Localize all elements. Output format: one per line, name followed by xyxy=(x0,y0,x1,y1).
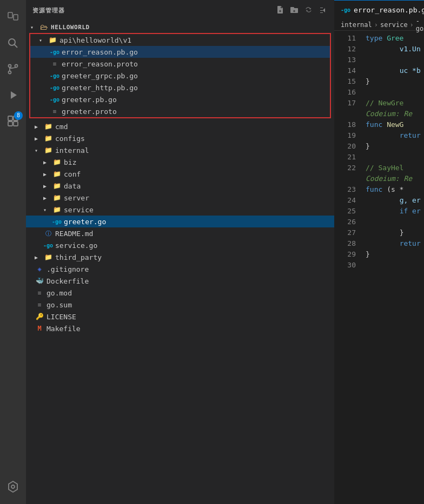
code-line-22-comment: // SayHel xyxy=(361,163,424,173)
folder-icon: 🗁 xyxy=(39,22,49,32)
svg-point-2 xyxy=(9,39,15,45)
code-line-29: } xyxy=(361,249,424,260)
new-file-icon[interactable] xyxy=(275,4,286,17)
collapse-all-icon[interactable] xyxy=(317,4,328,17)
code-line-17-comment: // NewGre xyxy=(361,98,424,109)
tree-item-go-sum[interactable]: ≡ go.sum xyxy=(26,299,334,311)
go-mod-label: go.mod xyxy=(47,289,72,297)
activity-run[interactable] xyxy=(0,82,26,108)
conf-label: conf xyxy=(64,170,81,178)
tree-item-api[interactable]: ▾ 📁 api\helloworld\v1 xyxy=(30,34,330,46)
code-line-14: uc *b xyxy=(361,65,424,76)
breadcrumb-internal[interactable]: internal xyxy=(341,21,372,29)
sum-file-icon: ≡ xyxy=(35,300,44,310)
proto-file-icon2: ≡ xyxy=(50,106,59,116)
tree-item-server[interactable]: ▶ 📁 server xyxy=(26,192,334,204)
tree-root-folder[interactable]: ▾ 🗁 HELLOWORLD xyxy=(26,21,334,33)
tree-item-error-reason-pb-go[interactable]: -go error_reason.pb.go xyxy=(30,46,330,58)
tree-item-go-mod[interactable]: ≡ go.mod xyxy=(26,287,334,299)
license-label: LICENSE xyxy=(47,313,76,321)
tree-item-readme[interactable]: ⓘ README.md xyxy=(26,227,334,239)
tree-item-greeter-pb-go[interactable]: -go greeter.pb.go xyxy=(30,93,330,105)
svg-marker-8 xyxy=(11,91,17,99)
root-folder-label: HELLOWORLD xyxy=(51,24,90,31)
greeter-grpc-pb-go-label: greeter_grpc.pb.go xyxy=(62,72,138,80)
configs-arrow: ▶ xyxy=(35,136,43,142)
svg-point-13 xyxy=(11,485,15,488)
highlighted-folder-box: ▾ 📁 api\helloworld\v1 -go error_reason.p… xyxy=(29,33,331,118)
activity-extensions[interactable] xyxy=(0,108,26,134)
activity-remote[interactable] xyxy=(0,474,26,500)
greeter-pb-go-label: greeter.pb.go xyxy=(62,96,117,104)
tree-item-biz[interactable]: ▶ 📁 biz xyxy=(26,156,334,168)
error-reason-pb-go-label: error_reason.pb.go xyxy=(62,48,138,56)
editor-tab-error-reason[interactable]: -go error_reason.pb.go xyxy=(334,0,424,19)
tree-item-license[interactable]: 🔑 LICENSE xyxy=(26,311,334,322)
dockerfile-label: Dockerfile xyxy=(47,277,89,285)
refresh-icon[interactable] xyxy=(303,4,314,17)
tree-item-greeter-proto[interactable]: ≡ greeter.proto xyxy=(30,105,330,117)
code-line-12: v1.Un xyxy=(361,44,424,55)
tree-item-greeter-http-pb-go[interactable]: -go greeter_http.pb.go xyxy=(30,82,330,93)
tab-label: error_reason.pb.go xyxy=(354,6,424,14)
tree-item-service-go[interactable]: -go service.go xyxy=(26,239,334,251)
internal-arrow: ▾ xyxy=(35,147,43,153)
code-line-15: } xyxy=(361,76,424,87)
tree-item-error-reason-proto[interactable]: ≡ error_reason.proto xyxy=(30,58,330,70)
cmd-folder-icon: 📁 xyxy=(43,122,53,131)
tree-item-internal[interactable]: ▾ 📁 internal xyxy=(26,144,334,156)
svg-rect-9 xyxy=(8,116,12,120)
api-folder-label: api\helloworld\v1 xyxy=(59,36,131,44)
error-reason-proto-label: error_reason.proto xyxy=(62,60,138,68)
code-line-22-codeium: Codeium: Re xyxy=(361,173,424,184)
gitignore-label: .gitignore xyxy=(47,265,89,273)
code-lines: type Gree v1.Un uc *b } // NewGre Codeiu… xyxy=(361,31,424,504)
tree-item-third-party[interactable]: ▶ 📁 third_party xyxy=(26,251,334,263)
tree-item-greeter-grpc-pb-go[interactable]: -go greeter_grpc.pb.go xyxy=(30,70,330,82)
tree-item-cmd[interactable]: ▶ 📁 cmd xyxy=(26,120,334,132)
code-line-28: retur xyxy=(361,238,424,249)
license-icon: 🔑 xyxy=(35,312,44,321)
code-line-30 xyxy=(361,260,424,271)
api-folder-icon: 📁 xyxy=(48,35,57,45)
tab-go-badge: -go xyxy=(341,7,350,13)
breadcrumb-go-badge: -go xyxy=(416,17,423,32)
activity-bar xyxy=(0,0,26,504)
gitignore-icon: ◈ xyxy=(35,264,44,274)
server-folder-icon: 📁 xyxy=(52,193,62,203)
third-party-folder-icon: 📁 xyxy=(43,252,53,262)
tree-item-configs[interactable]: ▶ 📁 configs xyxy=(26,132,334,144)
line-numbers: 11 12 13 14 15 16 17 18 19 20 21 22 23 2… xyxy=(334,31,361,504)
go-file-icon3: -go xyxy=(50,83,59,92)
service-label: service xyxy=(64,206,94,214)
tree-item-service[interactable]: ▾ 📁 service xyxy=(26,204,334,216)
tree-item-dockerfile[interactable]: 🐳 Dockerfile xyxy=(26,275,334,287)
server-label: server xyxy=(64,194,89,202)
new-folder-icon[interactable] xyxy=(289,4,300,17)
activity-search[interactable] xyxy=(0,30,26,56)
greeter-http-pb-go-label: greeter_http.pb.go xyxy=(62,84,138,92)
editor-tab-bar: -go error_reason.pb.go xyxy=(334,0,424,19)
internal-folder-icon: 📁 xyxy=(43,145,53,155)
svg-rect-11 xyxy=(8,122,12,126)
tree-item-conf[interactable]: ▶ 📁 conf xyxy=(26,168,334,180)
code-line-20: } xyxy=(361,141,424,152)
activity-explorer[interactable] xyxy=(0,4,26,30)
breadcrumb-sep2: › xyxy=(410,21,414,29)
tree-item-greeter-go[interactable]: -go greeter.go xyxy=(26,216,334,227)
api-arrow: ▾ xyxy=(39,37,48,43)
activity-source-control[interactable] xyxy=(0,56,26,82)
sidebar: 资源管理器 ▾ 🗁 HELLOWORLD ▾ xyxy=(26,0,334,504)
biz-arrow: ▶ xyxy=(43,159,52,165)
go-file-icon5: -go xyxy=(52,217,62,226)
breadcrumb-service[interactable]: service xyxy=(380,21,408,29)
tree-item-data[interactable]: ▶ 📁 data xyxy=(26,180,334,192)
code-line-18: func NewG xyxy=(361,119,424,130)
tree-item-gitignore[interactable]: ◈ .gitignore xyxy=(26,263,334,275)
svg-rect-12 xyxy=(14,122,18,126)
sidebar-header: 资源管理器 xyxy=(26,0,334,21)
svg-line-3 xyxy=(15,45,18,48)
tree-item-makefile[interactable]: M Makefile xyxy=(26,322,334,334)
sidebar-title: 资源管理器 xyxy=(32,6,64,15)
svg-point-5 xyxy=(9,71,11,74)
